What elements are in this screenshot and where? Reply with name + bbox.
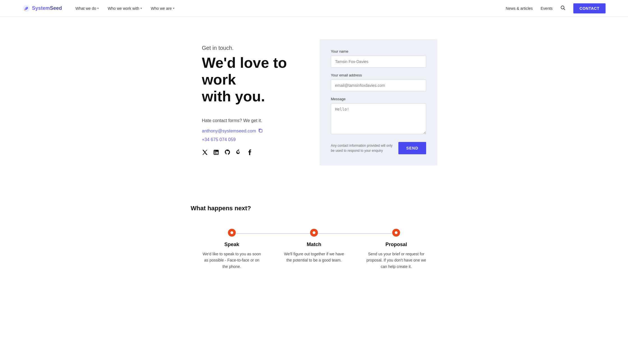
svg-rect-4 bbox=[259, 129, 262, 132]
email-label: Your email address bbox=[331, 73, 426, 77]
nav-events[interactable]: Events bbox=[541, 6, 553, 11]
chevron-down-icon: ▾ bbox=[140, 7, 142, 10]
search-icon[interactable] bbox=[560, 5, 565, 11]
hero-section: Get in touch. We'd love to workwith you.… bbox=[118, 17, 510, 188]
chevron-down-icon: ▾ bbox=[173, 7, 174, 10]
twitter-icon[interactable] bbox=[202, 149, 208, 157]
step-speak-label: Speak bbox=[224, 242, 239, 248]
form-disclaimer: Any contact information provided will on… bbox=[331, 143, 394, 153]
step-match-desc: We'll figure out together if we have the… bbox=[283, 251, 345, 263]
email-input[interactable] bbox=[331, 80, 426, 91]
phone-link[interactable]: +34 675 074 059 bbox=[202, 137, 297, 142]
drupal-icon[interactable] bbox=[236, 149, 242, 157]
hate-forms-text: Hate contact forms? We get it. bbox=[202, 118, 297, 123]
logo-text: SystemSeed bbox=[32, 5, 62, 11]
copy-icon[interactable] bbox=[258, 128, 263, 134]
logo[interactable]: SystemSeed bbox=[22, 4, 62, 12]
hero-subtitle: Get in touch. bbox=[202, 45, 297, 51]
logo-icon bbox=[22, 4, 30, 12]
nav-news-articles[interactable]: News & articles bbox=[506, 6, 533, 11]
next-section: What happens next? Speak We'd like to sp… bbox=[118, 188, 510, 292]
step-proposal-label: Proposal bbox=[385, 242, 407, 248]
name-input[interactable] bbox=[331, 56, 426, 67]
send-button[interactable]: SEND bbox=[398, 142, 426, 154]
linkedin-icon[interactable] bbox=[213, 149, 219, 157]
nav-left-items: What we do ▾ Who we work with ▾ Who we a… bbox=[75, 6, 174, 11]
svg-point-7 bbox=[214, 151, 215, 151]
nav-item-who-we-are[interactable]: Who we are ▾ bbox=[151, 6, 174, 11]
step-match-label: Match bbox=[307, 242, 321, 248]
message-textarea[interactable] bbox=[331, 103, 426, 134]
step-match: Match We'll figure out together if we ha… bbox=[273, 229, 355, 263]
svg-rect-6 bbox=[214, 152, 215, 154]
svg-line-3 bbox=[564, 8, 565, 10]
svg-point-8 bbox=[238, 150, 239, 151]
hero-title: We'd love to workwith you. bbox=[202, 55, 297, 105]
step-proposal: Proposal Send us your brief or request f… bbox=[355, 229, 437, 270]
contact-form-card: Your name Your email address Message Any… bbox=[320, 39, 437, 165]
hero-left: Get in touch. We'd love to workwith you.… bbox=[202, 39, 297, 157]
svg-point-1 bbox=[24, 9, 26, 10]
step-dot-speak bbox=[228, 229, 236, 237]
step-proposal-desc: Send us your brief or request for propos… bbox=[365, 251, 427, 270]
nav-item-who-we-work-with[interactable]: Who we work with ▾ bbox=[108, 6, 142, 11]
chevron-down-icon: ▾ bbox=[97, 7, 99, 10]
name-label: Your name bbox=[331, 49, 426, 53]
next-section-title: What happens next? bbox=[191, 205, 437, 212]
navigation: SystemSeed What we do ▾ Who we work with… bbox=[0, 0, 628, 17]
email-link[interactable]: anthony@systemseed.com bbox=[202, 128, 297, 134]
message-label: Message bbox=[331, 97, 426, 101]
social-icons-bar bbox=[202, 149, 297, 157]
nav-item-what-we-do[interactable]: What we do ▾ bbox=[75, 6, 99, 11]
step-dot-proposal bbox=[392, 229, 400, 237]
form-footer: Any contact information provided will on… bbox=[331, 142, 426, 154]
github-icon[interactable] bbox=[224, 149, 230, 157]
step-dot-match bbox=[310, 229, 318, 237]
contact-button[interactable]: CONTACT bbox=[573, 3, 606, 13]
step-speak: Speak We'd like to speak to you as soon … bbox=[191, 229, 273, 270]
nav-right-items: News & articles Events CONTACT bbox=[506, 3, 606, 13]
steps-container: Speak We'd like to speak to you as soon … bbox=[191, 229, 437, 270]
step-speak-desc: We'd like to speak to you as soon as pos… bbox=[201, 251, 263, 270]
facebook-icon[interactable] bbox=[247, 149, 253, 157]
